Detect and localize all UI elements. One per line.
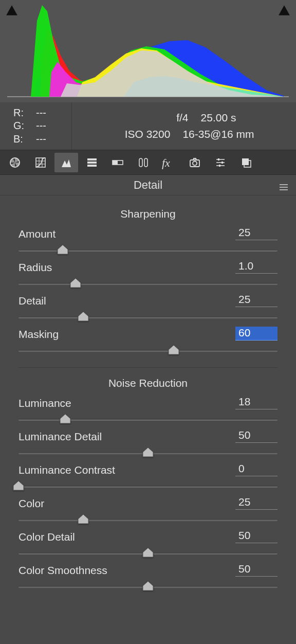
detail-thumb[interactable] xyxy=(78,311,89,321)
slider-luminance-contrast: Luminance Contrast 0 xyxy=(0,460,296,494)
detail-slider[interactable] xyxy=(18,311,278,324)
color-smoothness-thumb[interactable] xyxy=(142,581,154,591)
tab-tone-curve[interactable] xyxy=(29,153,52,172)
amount-label: Amount xyxy=(18,228,55,240)
tab-presets[interactable] xyxy=(234,153,258,172)
g-label: G: xyxy=(13,120,36,132)
color-thumb[interactable] xyxy=(78,514,89,524)
slider-luminance: Luminance 18 xyxy=(0,393,296,427)
iso-value: ISO 3200 xyxy=(114,128,170,140)
svg-rect-20 xyxy=(218,158,219,160)
color-smoothness-label: Color Smoothness xyxy=(18,564,107,577)
luminance-detail-slider[interactable] xyxy=(18,447,278,459)
tab-hsl[interactable] xyxy=(80,153,104,172)
slider-masking: Masking 60 xyxy=(0,325,296,358)
svg-rect-3 xyxy=(36,158,45,167)
luminance-thumb[interactable] xyxy=(60,414,71,424)
color-slider[interactable] xyxy=(18,514,278,526)
slider-color: Color 25 xyxy=(0,494,296,527)
aperture-value: f/4 xyxy=(132,112,189,124)
shutter-value: 25.00 s xyxy=(201,112,236,124)
luminance-label: Luminance xyxy=(18,397,71,409)
tab-split-toning[interactable] xyxy=(106,153,130,172)
slider-color-smoothness: Color Smoothness 50 xyxy=(0,561,296,594)
radius-label: Radius xyxy=(18,261,52,274)
r-value: --- xyxy=(36,107,46,119)
luminance-detail-value[interactable]: 50 xyxy=(235,429,278,443)
svg-rect-9 xyxy=(87,162,97,164)
radius-slider[interactable] xyxy=(18,278,278,290)
color-smoothness-slider[interactable] xyxy=(18,581,278,593)
slider-color-detail: Color Detail 50 xyxy=(0,527,296,561)
luminance-detail-thumb[interactable] xyxy=(142,447,154,457)
color-smoothness-value[interactable]: 50 xyxy=(235,563,278,577)
luminance-slider[interactable] xyxy=(18,414,278,426)
tab-effects[interactable]: fx xyxy=(157,153,181,172)
svg-rect-10 xyxy=(87,165,97,167)
svg-rect-22 xyxy=(219,165,220,167)
luminance-contrast-thumb[interactable] xyxy=(13,480,24,491)
noise-title: Noise Reduction xyxy=(0,377,296,389)
histogram[interactable] xyxy=(0,0,296,102)
slider-detail: Detail 25 xyxy=(0,291,296,325)
tab-calibration[interactable] xyxy=(209,153,232,172)
masking-thumb[interactable] xyxy=(168,345,179,355)
shadow-clip-toggle[interactable] xyxy=(5,3,18,16)
color-label: Color xyxy=(18,497,44,510)
info-row: R:--- G:--- B:--- f/4 25.00 s ISO 3200 1… xyxy=(0,102,296,150)
color-detail-thumb[interactable] xyxy=(142,547,154,558)
tab-basic[interactable] xyxy=(3,153,27,172)
masking-value[interactable]: 60 xyxy=(235,327,278,341)
svg-rect-13 xyxy=(139,158,142,167)
tab-detail[interactable] xyxy=(54,153,78,172)
luminance-detail-label: Luminance Detail xyxy=(18,431,102,443)
panel-header-detail: Detail xyxy=(0,175,296,195)
masking-slider[interactable] xyxy=(18,345,278,357)
svg-rect-12 xyxy=(113,160,118,165)
tab-lens[interactable] xyxy=(132,153,155,172)
amount-thumb[interactable] xyxy=(57,244,68,255)
masking-label: Masking xyxy=(18,328,59,341)
tab-bar: fx xyxy=(0,150,296,175)
luminance-contrast-value[interactable]: 0 xyxy=(235,462,278,476)
slider-radius: Radius 1.0 xyxy=(0,258,296,291)
luminance-value[interactable]: 18 xyxy=(235,396,278,409)
b-value: --- xyxy=(36,133,46,145)
r-label: R: xyxy=(13,107,36,119)
color-detail-value[interactable]: 50 xyxy=(235,529,278,543)
luminance-contrast-label: Luminance Contrast xyxy=(18,464,115,476)
amount-value[interactable]: 25 xyxy=(235,226,278,240)
exif-readout: f/4 25.00 s ISO 3200 16-35@16 mm xyxy=(72,102,296,150)
radius-value[interactable]: 1.0 xyxy=(235,260,278,274)
svg-rect-14 xyxy=(144,158,147,167)
highlight-clip-toggle[interactable] xyxy=(278,3,291,16)
svg-rect-21 xyxy=(221,162,223,164)
panel-title: Detail xyxy=(134,178,162,192)
rgb-readout: R:--- G:--- B:--- xyxy=(0,102,72,150)
svg-point-16 xyxy=(193,161,197,165)
luminance-contrast-slider[interactable] xyxy=(18,480,278,493)
divider xyxy=(18,367,278,368)
slider-luminance-detail: Luminance Detail 50 xyxy=(0,427,296,460)
svg-rect-8 xyxy=(87,158,97,160)
detail-label: Detail xyxy=(18,295,46,307)
radius-thumb[interactable] xyxy=(70,278,81,288)
panel-menu-icon[interactable] xyxy=(279,181,289,194)
b-label: B: xyxy=(13,133,36,145)
g-value: --- xyxy=(36,120,46,132)
sharpening-title: Sharpening xyxy=(0,208,296,220)
lens-value: 16-35@16 mm xyxy=(182,128,254,140)
color-value[interactable]: 25 xyxy=(235,496,278,510)
tab-camera[interactable] xyxy=(183,153,207,172)
color-detail-slider[interactable] xyxy=(18,547,278,560)
slider-amount: Amount 25 xyxy=(0,224,296,258)
svg-rect-23 xyxy=(242,158,249,165)
detail-value[interactable]: 25 xyxy=(235,293,278,307)
amount-slider[interactable] xyxy=(18,244,278,257)
color-detail-label: Color Detail xyxy=(18,531,75,543)
